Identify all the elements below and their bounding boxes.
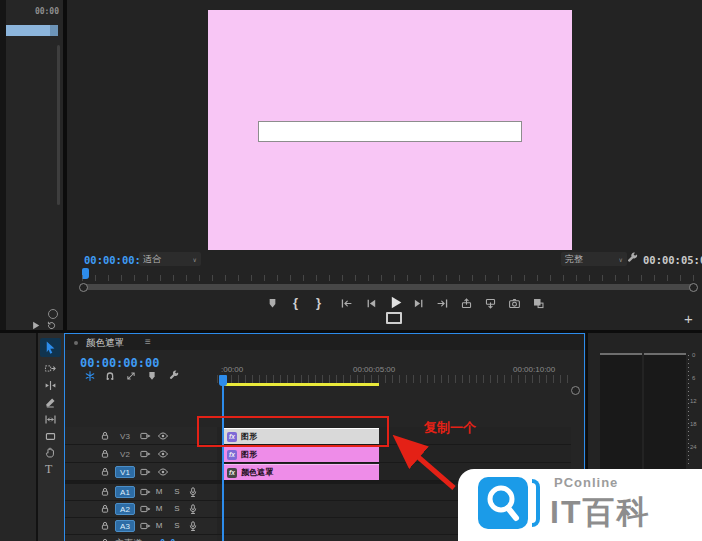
hand-tool[interactable] — [44, 446, 57, 459]
linked-selection-icon[interactable] — [125, 370, 137, 382]
sync-lock-icon[interactable] — [139, 503, 151, 515]
timeline-current-timecode[interactable]: 00:00:00:00 — [80, 356, 159, 370]
track-target-v1[interactable]: V1 — [115, 466, 135, 478]
nest-sequences-icon[interactable] — [84, 370, 96, 382]
lock-icon[interactable] — [99, 466, 111, 478]
proportional-playback-icon[interactable] — [386, 312, 402, 324]
track-target-a1[interactable]: A1 — [115, 486, 135, 498]
clip-v2-graphic[interactable]: fx 图形 — [224, 446, 379, 462]
master-track-name: 主声道 — [115, 537, 142, 541]
audio-meter-left-channel — [600, 353, 642, 473]
comparison-view-button[interactable] — [532, 297, 545, 310]
sync-lock-icon[interactable] — [139, 486, 151, 498]
sync-lock-icon[interactable] — [139, 520, 151, 532]
track-header-v3: V3 — [65, 427, 217, 445]
timeline-playhead-line[interactable] — [222, 386, 224, 541]
mark-in-button[interactable]: { — [293, 295, 298, 310]
sync-lock-icon[interactable] — [139, 430, 151, 442]
track-target-a2[interactable]: A2 — [115, 503, 135, 515]
chevron-down-icon: ∨ — [619, 256, 623, 263]
track-target-v2[interactable]: V2 — [115, 448, 135, 460]
solo-button[interactable]: S — [171, 521, 183, 530]
fx-badge: fx — [227, 450, 237, 460]
toggle-track-output-eye-icon[interactable] — [157, 466, 169, 478]
go-to-in-button[interactable] — [340, 297, 353, 310]
monitor-scrollbar[interactable] — [84, 284, 696, 290]
timeline-settings-wrench-icon[interactable] — [168, 370, 180, 382]
panel-menu-icon[interactable]: ≡ — [145, 336, 151, 347]
track-header-master: 主声道 0.0 — [65, 535, 217, 541]
monitor-zoom-select[interactable]: 适合 ∨ — [139, 252, 201, 266]
selection-tool[interactable] — [43, 340, 58, 355]
lift-button[interactable] — [460, 297, 473, 310]
lock-icon[interactable] — [99, 537, 111, 541]
watermark-title: IT百科 — [550, 491, 650, 535]
lock-icon[interactable] — [99, 486, 111, 498]
sync-lock-icon[interactable] — [139, 466, 151, 478]
source-scrollbar-knob[interactable] — [48, 309, 58, 319]
monitor-zoom-value: 适合 — [143, 253, 161, 266]
watermark-card: PConline IT百科 — [458, 469, 702, 541]
lock-icon[interactable] — [99, 503, 111, 515]
add-marker-button[interactable] — [266, 297, 279, 310]
keyframe-nav-icon[interactable] — [205, 537, 217, 541]
monitor-quality-value: 完整 — [565, 253, 583, 266]
toggle-track-output-eye-icon[interactable] — [157, 448, 169, 460]
slip-tool[interactable] — [44, 413, 57, 426]
program-preview-canvas[interactable] — [208, 10, 572, 250]
timeline-ruler-ticks[interactable] — [217, 375, 571, 383]
project-panel-strip: » 共 2 项 — [0, 333, 36, 541]
voiceover-record-mic-icon[interactable] — [187, 520, 199, 532]
solo-button[interactable]: S — [171, 487, 183, 496]
razor-tool[interactable] — [44, 396, 57, 409]
ripple-edit-tool[interactable] — [44, 379, 57, 392]
voiceover-record-mic-icon[interactable] — [187, 486, 199, 498]
mark-out-button[interactable]: } — [316, 295, 321, 310]
ruler-label-0: :00:00 — [221, 365, 243, 374]
track-select-forward-tool[interactable] — [44, 362, 57, 375]
step-forward-button[interactable] — [412, 297, 425, 310]
lock-icon[interactable] — [99, 448, 111, 460]
track-target-v3[interactable]: V3 — [115, 430, 135, 442]
monitor-scrollbar-knob-right[interactable] — [689, 283, 698, 292]
tools-panel: T — [38, 333, 64, 541]
go-to-out-button[interactable] — [436, 297, 449, 310]
snap-magnet-icon[interactable] — [104, 370, 116, 382]
track-header-a3: A3 M S — [65, 518, 217, 535]
export-frame-button[interactable] — [508, 297, 521, 310]
monitor-ruler-ticks[interactable] — [82, 275, 700, 281]
timeline-playhead-icon[interactable] — [219, 375, 227, 386]
source-clip-bar-end[interactable] — [50, 25, 58, 36]
lock-icon[interactable] — [99, 430, 111, 442]
work-area-bar[interactable] — [223, 383, 379, 386]
timeline-tab-title[interactable]: 颜色遮罩 — [86, 337, 124, 350]
type-tool[interactable]: T — [45, 462, 52, 477]
solo-button[interactable]: S — [171, 504, 183, 513]
track-header-a1: A1 M S — [65, 484, 217, 501]
panel-grip-icon — [74, 341, 78, 345]
toggle-track-output-eye-icon[interactable] — [157, 430, 169, 442]
monitor-settings-wrench-icon[interactable] — [626, 252, 639, 265]
mute-button[interactable]: M — [153, 521, 165, 530]
annotation-highlight-box — [197, 416, 389, 447]
mute-button[interactable]: M — [153, 487, 165, 496]
premiere-app-window: 00:00 00:00:00:00 适合 ∨ 完整 ∨ 00:00:05:00 — [0, 0, 702, 541]
lock-icon[interactable] — [99, 520, 111, 532]
timeline-scrollbar-knob[interactable] — [571, 386, 580, 395]
play-button[interactable] — [387, 294, 404, 311]
monitor-scrollbar-knob-left[interactable] — [79, 283, 88, 292]
track-header-v1: V1 — [65, 463, 217, 481]
monitor-quality-select[interactable]: 完整 ∨ — [561, 252, 627, 266]
extract-button[interactable] — [484, 297, 497, 310]
step-back-button[interactable] — [365, 297, 378, 310]
mute-button[interactable]: M — [153, 504, 165, 513]
meter-scale-18: 18 — [690, 421, 697, 427]
clip-v1-color-matte[interactable]: fx 颜色遮罩 — [224, 464, 379, 480]
voiceover-record-mic-icon[interactable] — [187, 503, 199, 515]
pen-rectangle-tool[interactable] — [44, 430, 57, 443]
add-marker-icon[interactable] — [146, 370, 158, 382]
source-vertical-scrollbar[interactable] — [57, 45, 60, 205]
button-editor-plus-button[interactable]: + — [684, 310, 693, 327]
track-target-a3[interactable]: A3 — [115, 520, 135, 532]
sync-lock-icon[interactable] — [139, 448, 151, 460]
